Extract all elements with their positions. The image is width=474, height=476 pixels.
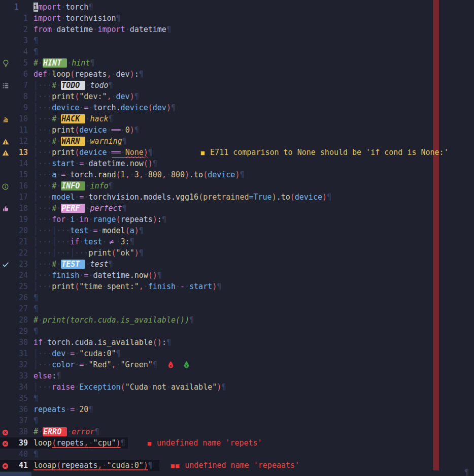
info-circle-icon: [2, 182, 10, 190]
line-number: 38: [14, 426, 28, 437]
line-text: │···#·HACK ·hack¶: [28, 114, 113, 123]
line-text: │···#·PERF ·perfect¶: [28, 204, 127, 213]
line-number: 29: [14, 326, 28, 337]
line-number: 19: [14, 214, 28, 225]
code-line[interactable]: 34│···raise·Exception("Cuda·not·availabl…: [0, 382, 474, 393]
line-number: 1: [14, 13, 28, 24]
line-text: │···start·=·datetime.now()¶: [28, 159, 157, 168]
code-line[interactable]: 27¶: [0, 303, 474, 314]
stack-icon: [2, 115, 10, 123]
lightbulb-icon: [2, 59, 10, 67]
line-text: import·torch¶: [28, 3, 93, 12]
code-line[interactable]: 7│···#·TODO ·todo¶: [0, 80, 474, 91]
line-text: ¶: [28, 36, 38, 45]
code-line[interactable]: 25│···print("time·spent:",·finish·-·star…: [0, 281, 474, 292]
line-number: 40: [14, 449, 28, 460]
line-number: 23: [14, 259, 28, 270]
line-text: │···color·=·"Red",·"Green"¶: [28, 360, 190, 369]
line-number: 7: [14, 80, 28, 91]
line-text: loop(repets,·"cpu")¶■ undefined name 're…: [28, 438, 262, 448]
code-line[interactable]: 31│···dev·=·"cuda:0"¶: [0, 348, 474, 359]
code-line[interactable]: 5#·HINT ·hint¶: [0, 57, 474, 69]
diagnostic-virtual-text: ■■ undefined name 'repeaats': [171, 460, 299, 471]
code-line[interactable]: 13│···print(device·══·None)¶■ E711 compa…: [0, 147, 474, 158]
line-text: from·datetime·import·datetime¶: [28, 25, 171, 34]
line-number: 1: [14, 2, 28, 13]
code-line[interactable]: 11│···print(device·══·0)¶: [0, 124, 474, 136]
line-text: │···#·TEST ·test¶: [28, 260, 113, 269]
line-number: 11: [14, 124, 28, 136]
line-text: │···│···│···print("ok")¶: [28, 248, 144, 258]
code-line[interactable]: 10│···#·HACK ·hack¶: [0, 113, 474, 124]
line-text: def·loop(repeats,·dev):¶: [28, 70, 144, 79]
line-number: 9: [14, 102, 28, 113]
line-number: 17: [14, 192, 28, 203]
code-line[interactable]: 30if·torch.cuda.is_available():¶: [0, 337, 474, 348]
line-text: #·ERRO ·error¶: [28, 427, 99, 436]
green-droplet-icon: [183, 360, 190, 371]
line-text: ¶: [28, 304, 38, 313]
code-line[interactable]: 3¶: [0, 35, 474, 46]
code-line[interactable]: 40¶: [0, 449, 474, 460]
line-text: ¶: [28, 416, 38, 425]
line-number: 3: [14, 35, 28, 46]
line-text: ¶: [28, 327, 38, 336]
line-text: │···print("time·spent:",·finish·-·start)…: [28, 282, 221, 291]
code-line[interactable]: 14│···start·=·datetime.now()¶: [0, 158, 474, 169]
code-line[interactable]: 16│···#·INFO ·info¶: [0, 180, 474, 192]
error-circle-icon: [2, 461, 10, 469]
line-number: 32: [14, 359, 28, 370]
code-line[interactable]: 8│···print("dev:",·dev)¶: [0, 91, 474, 102]
code-line[interactable]: 39loop(repets,·"cpu")¶■ undefined name '…: [0, 437, 474, 449]
code-line[interactable]: 1import·torchvision¶: [0, 13, 474, 24]
code-line[interactable]: 41looap(repeaats,·"cuda:0")¶■■ undefined…: [0, 460, 474, 471]
line-text: │···#·INFO ·info¶: [28, 181, 113, 191]
code-line[interactable]: 32│···color·=·"Red",·"Green"¶: [0, 359, 474, 370]
code-line[interactable]: 2from·datetime·import·datetime¶: [0, 24, 474, 35]
editor-buffer[interactable]: 1import·torch¶1import·torchvision¶2from·…: [0, 0, 474, 476]
line-text: #·print(torch.cuda.is_available())¶: [28, 315, 194, 325]
code-line[interactable]: 1import·torch¶: [0, 2, 474, 13]
line-number: 31: [14, 348, 28, 359]
line-number: 5: [14, 57, 28, 69]
code-line[interactable]: 20│···│···test·=·model(a)¶: [0, 225, 474, 236]
diagnostic-virtual-text: ■ undefined name 'repets': [148, 437, 262, 449]
line-number: 16: [14, 180, 28, 192]
code-line[interactable]: 21│···│···if·test·≠·3:¶: [0, 236, 474, 247]
line-text: │···finish·=·datetime.now()¶: [28, 271, 162, 280]
code-line[interactable]: 38#·ERRO ·error¶: [0, 426, 474, 437]
line-text: if·torch.cuda.is_available():¶: [28, 338, 171, 347]
line-number: 33: [14, 370, 28, 382]
error-circle-icon: [2, 428, 10, 436]
code-line[interactable]: 28#·print(torch.cuda.is_available())¶: [0, 314, 474, 326]
line-text: │···│···if·test·≠·3:¶: [28, 237, 134, 246]
error-circle-icon: [2, 439, 10, 447]
warning-triangle-icon: [2, 148, 10, 156]
line-text: else:¶: [28, 371, 61, 380]
line-text: │···raise·Exception("Cuda·not·available"…: [28, 383, 226, 392]
code-line[interactable]: 33else:¶: [0, 370, 474, 382]
line-text: ¶: [28, 47, 38, 56]
code-line[interactable]: 12│···#·WARN ·warning¶: [0, 136, 474, 147]
code-line[interactable]: 9│···device·=·torch.device(dev)¶: [0, 102, 474, 113]
code-line[interactable]: 29¶: [0, 326, 474, 337]
code-line[interactable]: 24│···finish·=·datetime.now()¶: [0, 270, 474, 281]
line-number: 21: [14, 236, 28, 247]
line-text: ¶: [28, 394, 38, 403]
code-line[interactable]: 36repeats·=·20¶: [0, 404, 474, 415]
code-line[interactable]: 23│···#·TEST ·test¶: [0, 259, 474, 270]
code-line[interactable]: 6def·loop(repeats,·dev):¶: [0, 69, 474, 80]
code-line[interactable]: 26¶: [0, 292, 474, 303]
code-line[interactable]: 17│···model·=·torchvision.models.vgg16(p…: [0, 192, 474, 203]
line-number: 34: [14, 382, 28, 393]
line-number: 39: [14, 437, 28, 449]
code-line[interactable]: 4¶: [0, 46, 474, 57]
code-line[interactable]: 19│···for·i·in·range(repeats):¶: [0, 214, 474, 225]
line-text: │···for·i·in·range(repeats):¶: [28, 215, 166, 224]
code-line[interactable]: 22│···│···│···print("ok")¶: [0, 247, 474, 259]
code-line[interactable]: 18│···#·PERF ·perfect¶: [0, 203, 474, 214]
warning-triangle-icon: [2, 137, 10, 145]
code-line[interactable]: 15│···a·=·torch.rand(1,·3,·800,·800).to(…: [0, 169, 474, 180]
code-line[interactable]: 35¶: [0, 393, 474, 404]
code-line[interactable]: 37¶: [0, 415, 474, 426]
